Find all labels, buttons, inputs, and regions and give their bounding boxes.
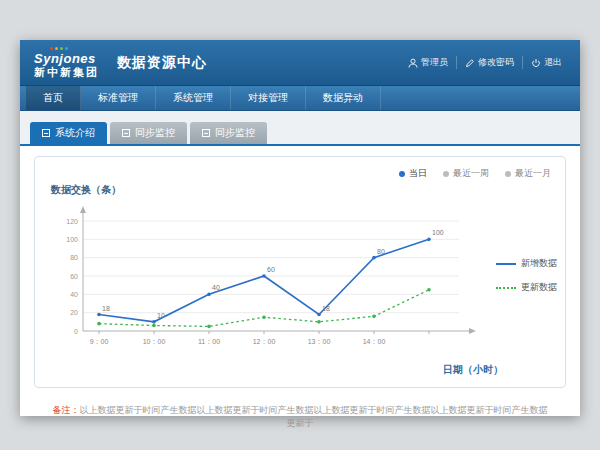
user-icon (408, 58, 418, 68)
tab-system-intro-label: 系统介绍 (55, 126, 95, 140)
legend-last-week-label: 最近一周 (453, 167, 489, 180)
svg-text:120: 120 (66, 218, 78, 225)
remark-note: 备注：以上数据更新于时间产生数据以上数据更新于时间产生数据以上数据更新于时间产生… (20, 404, 580, 430)
tab-grid-icon (122, 129, 130, 137)
svg-text:10: 10 (157, 312, 165, 319)
nav-item-standards[interactable]: 标准管理 (81, 86, 156, 110)
chart-y-axis-title: 数据交换（条） (51, 183, 121, 197)
svg-text:40: 40 (212, 284, 220, 291)
tab-sync-monitor-1[interactable]: 同步监控 (110, 122, 187, 144)
legend-series-updated-data-label: 更新数据 (521, 281, 557, 294)
svg-text:20: 20 (70, 309, 78, 316)
nav-item-system[interactable]: 系统管理 (156, 86, 231, 110)
legend-today-label: 当日 (409, 167, 427, 180)
admin-user-button-label: 管理员 (421, 56, 448, 69)
legend-today[interactable]: 当日 (399, 167, 427, 180)
logout-button[interactable]: 退出 (522, 56, 570, 69)
tab-grid-icon (42, 129, 50, 137)
chart-x-axis-title: 日期（小时） (443, 363, 503, 377)
tab-sync-monitor-1-label: 同步监控 (135, 126, 175, 140)
svg-text:14：00: 14：00 (363, 338, 386, 345)
page-title: 数据资源中心 (117, 54, 207, 72)
svg-text:13：00: 13：00 (308, 338, 331, 345)
svg-text:10：00: 10：00 (143, 338, 166, 345)
user-menu: 管理员修改密码退出 (400, 56, 570, 69)
svg-text:0: 0 (74, 328, 78, 335)
content-area: 系统介绍同步监控同步监控 当日最近一周最近一月 数据交换（条） 02040608… (20, 111, 580, 415)
edit-icon (465, 58, 475, 68)
series-line-sample-icon (496, 263, 516, 265)
nav-item-integration[interactable]: 对接管理 (231, 86, 306, 110)
series-line-sample-icon (496, 287, 516, 289)
svg-text:40: 40 (70, 291, 78, 298)
nav-item-data-change[interactable]: 数据异动 (306, 86, 381, 110)
legend-dot-icon (505, 171, 511, 177)
legend-dot-icon (399, 171, 405, 177)
logout-icon (531, 58, 541, 68)
chart-panel: 当日最近一周最近一月 数据交换（条） 0204060801001209：0010… (34, 156, 566, 388)
line-chart: 0204060801001209：0010：0011：0012：0013：001… (41, 201, 497, 369)
tab-grid-icon (202, 129, 210, 137)
svg-text:12：00: 12：00 (253, 338, 276, 345)
logout-button-label: 退出 (544, 56, 562, 69)
brand-logo: Synjones 新中新集团 (34, 47, 99, 78)
legend-last-month-label: 最近一月 (515, 167, 551, 180)
legend-last-week[interactable]: 最近一周 (443, 167, 489, 180)
app-window: Synjones 新中新集团 数据资源中心 管理员修改密码退出 首页标准管理系统… (20, 40, 580, 416)
legend-dot-icon (443, 171, 449, 177)
tab-system-intro[interactable]: 系统介绍 (30, 122, 107, 144)
svg-text:18: 18 (102, 305, 110, 312)
period-legend: 当日最近一周最近一月 (399, 167, 551, 180)
svg-text:18: 18 (322, 305, 330, 312)
tab-sync-monitor-2-label: 同步监控 (215, 126, 255, 140)
legend-last-month[interactable]: 最近一月 (505, 167, 551, 180)
change-password-button[interactable]: 修改密码 (456, 56, 522, 69)
nav-item-home[interactable]: 首页 (26, 86, 81, 110)
app-header: Synjones 新中新集团 数据资源中心 管理员修改密码退出 (20, 40, 580, 86)
tab-strip: 系统介绍同步监控同步监控 (20, 111, 580, 144)
tab-underline (20, 144, 580, 146)
svg-text:100: 100 (66, 236, 78, 243)
legend-series-new-data-label: 新增数据 (521, 257, 557, 270)
legend-series-new-data[interactable]: 新增数据 (496, 257, 557, 270)
svg-text:80: 80 (377, 248, 385, 255)
main-nav: 首页标准管理系统管理对接管理数据异动 (20, 86, 580, 111)
change-password-button-label: 修改密码 (478, 56, 514, 69)
brand-logo-text: Synjones (34, 52, 99, 65)
remark-text: 以上数据更新于时间产生数据以上数据更新于时间产生数据以上数据更新于时间产生数据以… (80, 405, 548, 428)
logo-dots-icon (50, 47, 99, 50)
brand-company-name: 新中新集团 (34, 67, 99, 78)
remark-label: 备注： (53, 405, 80, 415)
svg-text:60: 60 (267, 266, 275, 273)
tab-sync-monitor-2[interactable]: 同步监控 (190, 122, 267, 144)
series-legend: 新增数据更新数据 (496, 257, 557, 305)
svg-text:9：00: 9：00 (90, 338, 109, 345)
svg-text:80: 80 (70, 254, 78, 261)
svg-text:100: 100 (432, 229, 444, 236)
legend-series-updated-data[interactable]: 更新数据 (496, 281, 557, 294)
svg-text:11：00: 11：00 (198, 338, 220, 345)
svg-text:60: 60 (70, 273, 78, 280)
admin-user-button[interactable]: 管理员 (400, 56, 456, 69)
